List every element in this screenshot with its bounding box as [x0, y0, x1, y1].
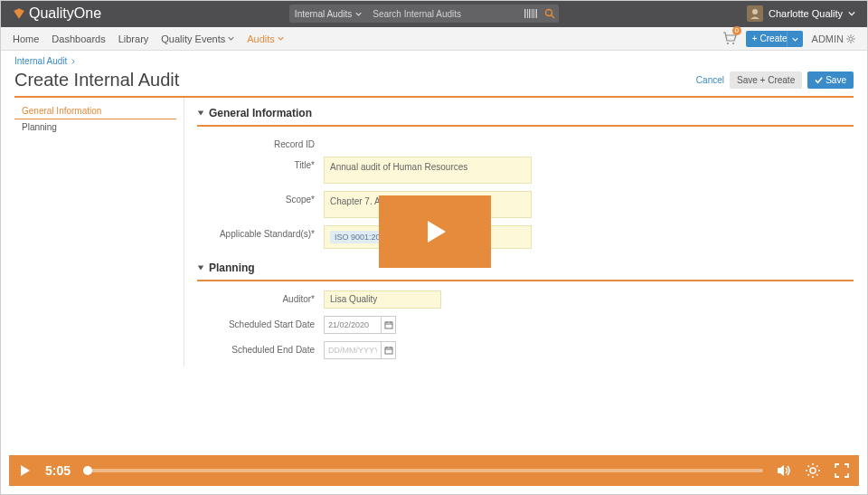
chevron-down-icon: [792, 36, 798, 43]
scheduled-start-date-field[interactable]: [324, 316, 396, 334]
content: General Information Record ID Title* Ann…: [184, 98, 854, 366]
search-input[interactable]: [367, 5, 521, 23]
scheduled-end-date-input[interactable]: [325, 346, 381, 355]
svg-rect-4: [533, 9, 534, 18]
gear-icon: [846, 34, 855, 43]
triangle-down-icon: [197, 109, 204, 117]
cart-count: 0: [732, 26, 741, 35]
play-icon: [417, 214, 453, 250]
nav-library[interactable]: Library: [118, 33, 149, 44]
scheduled-start-date-input[interactable]: [325, 320, 381, 329]
section-header-planning[interactable]: Planning: [197, 262, 854, 274]
section-divider: [197, 125, 854, 127]
check-icon: [815, 76, 823, 84]
svg-rect-12: [385, 322, 392, 328]
label-applicable-standard: Applicable Standard(s)*: [197, 225, 324, 239]
section-header-general[interactable]: General Information: [197, 107, 854, 119]
scrubber-thumb[interactable]: [83, 466, 92, 475]
svg-point-11: [849, 37, 853, 41]
sidebar: General Information Planning: [14, 98, 184, 366]
cancel-button[interactable]: Cancel: [696, 75, 724, 85]
auditor-field[interactable]: Lisa Quality: [324, 290, 441, 309]
search-scope-dropdown[interactable]: Internal Audits: [289, 5, 367, 23]
svg-rect-2: [529, 9, 531, 18]
nav-bar: Home Dashboards Library Quality Events A…: [0, 27, 868, 51]
svg-rect-1: [527, 9, 528, 18]
chevron-down-icon: [278, 35, 284, 42]
svg-rect-5: [536, 9, 538, 18]
video-scrubber[interactable]: [83, 469, 763, 472]
triangle-down-icon: [197, 264, 204, 271]
brand: QualityOne: [13, 5, 101, 22]
svg-rect-0: [524, 9, 526, 18]
sidebar-item-general-info[interactable]: General Information: [14, 103, 176, 119]
avatar: [747, 5, 763, 22]
section-divider: [197, 280, 854, 281]
calendar-icon[interactable]: [381, 317, 395, 333]
user-name: Charlotte Quality: [769, 8, 843, 19]
svg-point-10: [732, 43, 734, 44]
svg-point-9: [727, 43, 729, 44]
svg-point-6: [546, 10, 552, 16]
search-wrap: Internal Audits: [289, 5, 559, 23]
video-volume-button[interactable]: [776, 462, 792, 479]
save-button[interactable]: Save: [807, 71, 854, 89]
search-icon[interactable]: [541, 5, 559, 23]
svg-line-7: [552, 15, 555, 19]
search-scope-label: Internal Audits: [295, 9, 352, 19]
calendar-icon[interactable]: [381, 342, 395, 358]
video-play-pause-button[interactable]: [18, 463, 33, 478]
title-field[interactable]: Annual audit of Human Resources: [324, 157, 532, 184]
brand-name: QualityOne: [29, 5, 101, 22]
video-play-button[interactable]: [379, 195, 491, 268]
barcode-icon[interactable]: [521, 5, 541, 23]
create-dropdown[interactable]: [787, 31, 803, 47]
admin-link[interactable]: ADMIN: [812, 33, 855, 44]
label-scheduled-end: Scheduled End Date: [197, 341, 324, 355]
top-bar: QualityOne Internal Audits Charlotte Qua…: [0, 0, 868, 27]
video-controls: 5:05: [9, 455, 859, 486]
breadcrumb[interactable]: Internal Audit: [14, 56, 854, 66]
chevron-down-icon: [848, 10, 855, 17]
user-menu[interactable]: Charlotte Quality: [747, 5, 855, 22]
page-title: Create Internal Audit: [14, 70, 179, 90]
nav-audits[interactable]: Audits: [247, 33, 284, 44]
label-record-id: Record ID: [197, 136, 324, 149]
chevron-down-icon: [228, 35, 234, 42]
scheduled-end-date-field[interactable]: [324, 341, 396, 359]
cart-icon[interactable]: 0: [722, 31, 737, 47]
brand-logo-icon: [13, 7, 25, 20]
nav-quality-events[interactable]: Quality Events: [161, 33, 234, 44]
label-title: Title*: [197, 157, 324, 170]
svg-rect-3: [532, 9, 533, 18]
label-auditor: Auditor*: [197, 290, 324, 304]
svg-point-8: [752, 9, 758, 14]
plus-icon: +: [752, 33, 758, 43]
chevron-down-icon: [355, 11, 362, 17]
nav-dashboards[interactable]: Dashboards: [52, 33, 105, 44]
sidebar-item-planning[interactable]: Planning: [14, 119, 176, 135]
video-fullscreen-button[interactable]: [834, 462, 850, 479]
svg-point-20: [810, 468, 816, 473]
save-create-button[interactable]: Save + Create: [730, 71, 802, 89]
video-time: 5:05: [45, 463, 71, 478]
page-header: Internal Audit Create Internal Audit Can…: [0, 51, 868, 90]
label-scope: Scope*: [197, 191, 324, 205]
svg-rect-16: [385, 347, 392, 354]
top-center: Internal Audits: [101, 5, 747, 23]
nav-home[interactable]: Home: [13, 33, 39, 44]
video-settings-button[interactable]: [805, 462, 821, 479]
chevron-right-icon: [71, 59, 76, 64]
label-scheduled-start: Scheduled Start Date: [197, 316, 324, 329]
